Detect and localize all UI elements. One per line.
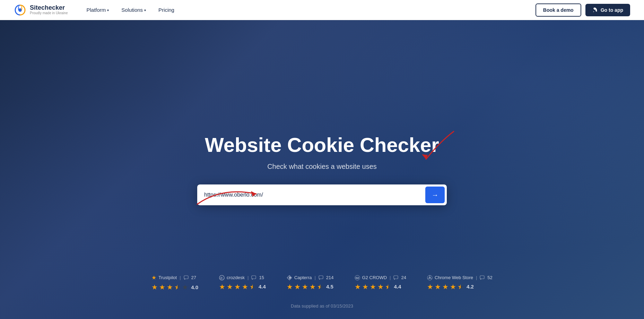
svg-point-1 — [594, 9, 595, 10]
logo-icon — [14, 4, 26, 16]
nav-platform[interactable]: Platform ▾ — [82, 4, 114, 16]
chrome-web-store-stars: ★ ★ ★ ★ 4.2 — [427, 283, 474, 291]
logo-name: Sitechecker — [30, 5, 68, 11]
capterra-count: 214 — [326, 275, 334, 280]
trustpilot-icon: ★ — [151, 274, 156, 281]
capterra-label: Capterra — [294, 275, 312, 280]
nav-pricing[interactable]: Pricing — [154, 4, 179, 16]
rating-g2crowd: G2 G2 CROWD | 24 ★ ★ ★ ★ 4.4 — [355, 275, 406, 291]
rocket-icon — [592, 7, 598, 13]
chrome-web-store-label: Chrome Web Store — [435, 275, 473, 280]
crozdesk-score: 4.4 — [259, 284, 266, 290]
crozdesk-label: crozdesk — [227, 275, 245, 280]
trustpilot-label: Trustpilot — [158, 275, 177, 280]
chrome-web-store-count: 52 — [487, 275, 492, 280]
svg-line-17 — [431, 278, 432, 279]
svg-text:C: C — [220, 276, 223, 279]
chevron-down-icon: ▾ — [107, 8, 109, 12]
g2crowd-score: 4.4 — [394, 284, 401, 290]
nav-actions: Book a demo Go to app — [536, 3, 630, 17]
navbar: Sitechecker Proudly made in Ukraine Plat… — [0, 0, 644, 20]
rating-trustpilot: ★ Trustpilot | 27 ★ ★ ★ ★ 4.0 — [151, 274, 198, 291]
logo[interactable]: Sitechecker Proudly made in Ukraine — [14, 4, 68, 16]
chevron-down-icon: ▾ — [144, 8, 146, 12]
rating-chrome-web-store: Chrome Web Store | 52 ★ ★ ★ ★ 4.2 — [427, 275, 493, 291]
book-demo-button[interactable]: Book a demo — [536, 3, 581, 17]
crozdesk-icon: C — [219, 275, 225, 281]
crozdesk-count: 15 — [259, 275, 264, 280]
search-box: → — [197, 184, 447, 205]
svg-rect-4 — [184, 276, 188, 279]
svg-text:G2: G2 — [356, 277, 359, 279]
comment-icon — [251, 275, 256, 280]
comment-icon — [319, 275, 323, 280]
logo-tagline: Proudly made in Ukraine — [30, 11, 68, 15]
chrome-icon — [427, 275, 433, 281]
g2crowd-count: 24 — [401, 275, 406, 280]
nav-links: Platform ▾ Solutions ▾ Pricing — [82, 4, 536, 16]
hero-content: Website Cookie Checker Check what cookie… — [166, 134, 478, 206]
rating-capterra: Capterra | 214 ★ ★ ★ ★ 4.5 — [287, 275, 334, 291]
trustpilot-stars: ★ ★ ★ ★ 4.0 — [151, 283, 198, 291]
svg-rect-13 — [394, 276, 398, 279]
g2crowd-stars: ★ ★ ★ ★ 4.4 — [355, 283, 401, 291]
crozdesk-stars: ★ ★ ★ ★ 4.4 — [219, 283, 266, 291]
svg-rect-19 — [480, 276, 484, 279]
arrow-right-icon: → — [432, 191, 438, 199]
url-search-input[interactable] — [204, 188, 425, 201]
nav-solutions[interactable]: Solutions ▾ — [116, 4, 151, 16]
svg-rect-7 — [252, 276, 256, 279]
capterra-icon — [287, 275, 292, 281]
svg-rect-10 — [319, 276, 323, 279]
svg-point-15 — [429, 277, 431, 279]
g2crowd-label: G2 CROWD — [362, 275, 387, 280]
comment-icon — [393, 275, 398, 280]
chrome-web-store-score: 4.2 — [467, 284, 474, 290]
go-to-app-button[interactable]: Go to app — [585, 4, 630, 16]
ratings-section: ★ Trustpilot | 27 ★ ★ ★ ★ 4.0 — [0, 274, 644, 291]
trustpilot-score: 4.0 — [191, 284, 198, 290]
comment-icon — [184, 275, 189, 280]
search-submit-button[interactable]: → — [425, 187, 445, 203]
capterra-score: 4.5 — [326, 284, 333, 290]
hero-title: Website Cookie Checker — [173, 134, 471, 156]
rating-crozdesk: C crozdesk | 15 ★ ★ ★ ★ 4.4 — [219, 275, 266, 291]
trustpilot-count: 27 — [191, 275, 196, 280]
comment-icon — [480, 275, 485, 280]
data-supplied-note: Data supplied as of 03/15/2023 — [0, 303, 644, 309]
g2crowd-icon: G2 — [355, 275, 360, 281]
hero-section: Website Cookie Checker Check what cookie… — [0, 20, 644, 319]
capterra-stars: ★ ★ ★ ★ 4.5 — [287, 283, 333, 291]
svg-line-18 — [428, 278, 429, 279]
hero-subtitle: Check what cookies a website uses — [173, 163, 471, 171]
